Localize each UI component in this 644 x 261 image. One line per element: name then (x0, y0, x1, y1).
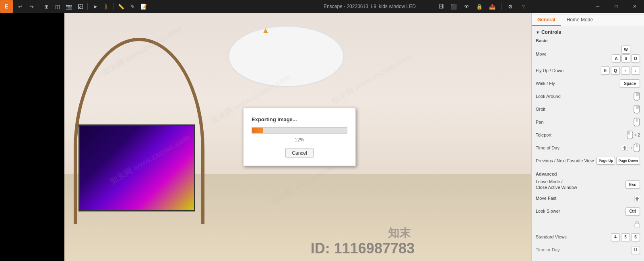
toolbar-back-icon[interactable]: ↩ (14, 1, 26, 12)
teleport-x2: × 2 (634, 133, 640, 137)
key-s: S (621, 54, 630, 62)
scene-tv (78, 124, 195, 211)
right-tb-icon-4[interactable]: 🔒 (474, 1, 485, 12)
section-divider (536, 169, 640, 169)
key-q: Q (611, 66, 620, 75)
scene-ceiling-light (228, 25, 345, 87)
prev-next-view-label: Previous / Next Favorite View (536, 158, 597, 164)
toolbar-measure-icon[interactable]: 📏 (116, 1, 127, 12)
key-e: E (601, 66, 610, 75)
standard-views-keys: 4 5 6 (611, 233, 640, 241)
prev-next-keys: Page Up Page Down (597, 157, 640, 165)
progress-bar-fill (252, 128, 263, 133)
basic-subsection-label: Basic (536, 38, 640, 43)
key-down: ↓ (631, 66, 640, 75)
right-tb-icon-1[interactable]: 🎞 (435, 1, 446, 12)
mouse-middle-pan-icon (634, 118, 640, 126)
controls-header[interactable]: ▼ Controls (536, 29, 640, 35)
key-5: 5 (621, 233, 630, 241)
pan-keys (634, 118, 640, 126)
main-viewport: ▲ 知末网 www.znzmo.com 知末网 www.znzmo.com 知末… (0, 13, 531, 261)
right-tb-icon-5[interactable]: 📤 (487, 1, 498, 12)
toolbar-forward-icon[interactable]: ↪ (26, 1, 37, 12)
time-of-day-label: Time of Day (536, 145, 622, 151)
window-title: Enscape - 20220613_L9_kids window LED (324, 4, 416, 9)
controls-label: Controls (541, 29, 561, 35)
toolbar-grid-icon[interactable]: ⊞ (41, 1, 52, 12)
right-toolbar: 🎞 ⬛ 👁 🔒 📤 ⚙ ? (433, 0, 531, 13)
toolbar-walk-icon[interactable]: 🚶 (101, 1, 112, 12)
help-panel: Help[H] ✕ General Home Mode ▼ Controls B… (531, 0, 644, 261)
key-ctrl: Ctrl (625, 207, 640, 215)
standard-views-label: Standard Views (536, 234, 611, 240)
advanced-subsection-label: Advanced (536, 172, 640, 176)
time-or-day-label: Time or Day (536, 247, 631, 253)
svg-rect-7 (636, 118, 638, 122)
look-around-row: Look Around (536, 91, 640, 101)
standard-views-row: Standard Views 4 5 6 (536, 232, 640, 242)
right-tb-icon-2[interactable]: ⬛ (448, 1, 459, 12)
svg-rect-2 (637, 93, 639, 96)
look-around-label: Look Around (536, 93, 634, 99)
right-tb-settings-icon[interactable]: ⚙ (505, 1, 516, 12)
lock-row (536, 220, 640, 229)
panel-tabs: General Home Mode (532, 14, 644, 26)
scene-tv-screen (80, 126, 194, 210)
walk-fly-row: Walk / Fly Space (536, 79, 640, 88)
fly-keys: E Q ↑ ↓ (601, 66, 640, 75)
leave-mode-row: Leave Mode /Close Active Window Esc (536, 179, 640, 191)
key-6: 6 (631, 233, 640, 241)
toolbar-annotate-icon[interactable]: ✎ (127, 1, 138, 12)
toolbar-screenshot-icon[interactable]: 🖼 (74, 1, 86, 12)
cancel-button[interactable]: Cancel (285, 148, 314, 158)
lock-keys (634, 221, 640, 228)
lock-icon (634, 221, 640, 228)
key-space: Space (620, 79, 640, 87)
key-u: U (631, 246, 640, 254)
progress-bar-background (252, 127, 347, 134)
time-of-day-plus: + (630, 146, 632, 150)
prev-next-view-row: Previous / Next Favorite View Page Up Pa… (536, 156, 640, 166)
toolbar-camera-icon[interactable]: 📷 (63, 1, 74, 12)
minimize-button[interactable]: ─ (588, 0, 607, 13)
pan-row: Pan (536, 117, 640, 127)
leave-mode-label: Leave Mode /Close Active Window (536, 179, 625, 191)
look-around-keys (634, 92, 640, 101)
orbit-keys (634, 105, 640, 114)
controls-section: ▼ Controls Basic Move W A S D Fly Up / D… (532, 26, 644, 261)
mouse-time-icon (634, 143, 640, 152)
pan-label: Pan (536, 119, 634, 125)
key-page-down: Page Down (616, 157, 640, 165)
top-arrow-indicator[interactable]: ▲ (262, 26, 270, 35)
right-tb-icon-3[interactable]: 👁 (461, 1, 472, 12)
toolbar-view-icon[interactable]: ◫ (52, 1, 63, 12)
move-fast-label: Move Fast (536, 195, 634, 201)
orbit-row: Orbit (536, 104, 640, 114)
close-button[interactable]: ✕ (625, 0, 644, 13)
orbit-label: Orbit (536, 106, 634, 112)
key-esc: Esc (625, 180, 640, 188)
leave-mode-keys: Esc (625, 180, 640, 188)
look-slower-label: Look Slower (536, 208, 625, 214)
toolbar-note-icon[interactable]: 📝 (138, 1, 149, 12)
key-d: D (631, 54, 640, 62)
teleport-row: Teleport × 2 (536, 130, 640, 140)
teleport-keys: × 2 (627, 130, 640, 139)
toolbar-arrow-icon[interactable]: ➤ (89, 1, 101, 12)
time-of-day-row: Time of Day + (536, 143, 640, 153)
shift-move-fast-icon (634, 196, 640, 201)
tab-general[interactable]: General (532, 14, 561, 26)
left-black-strip (0, 13, 64, 261)
key-w: W (621, 46, 630, 54)
walk-fly-keys: Space (620, 79, 640, 87)
app-icon: E (0, 0, 13, 13)
move-fast-keys (634, 196, 640, 201)
move-label: Move (536, 51, 612, 57)
right-tb-help-icon[interactable]: ? (518, 1, 529, 12)
tab-home-mode[interactable]: Home Mode (561, 14, 599, 26)
mouse-right-click-icon (634, 92, 640, 101)
export-dialog: Exporting Image... 12% Cancel (243, 108, 356, 166)
move-fast-row: Move Fast (536, 194, 640, 203)
maximize-button[interactable]: □ (607, 0, 625, 13)
svg-rect-14 (636, 144, 638, 147)
